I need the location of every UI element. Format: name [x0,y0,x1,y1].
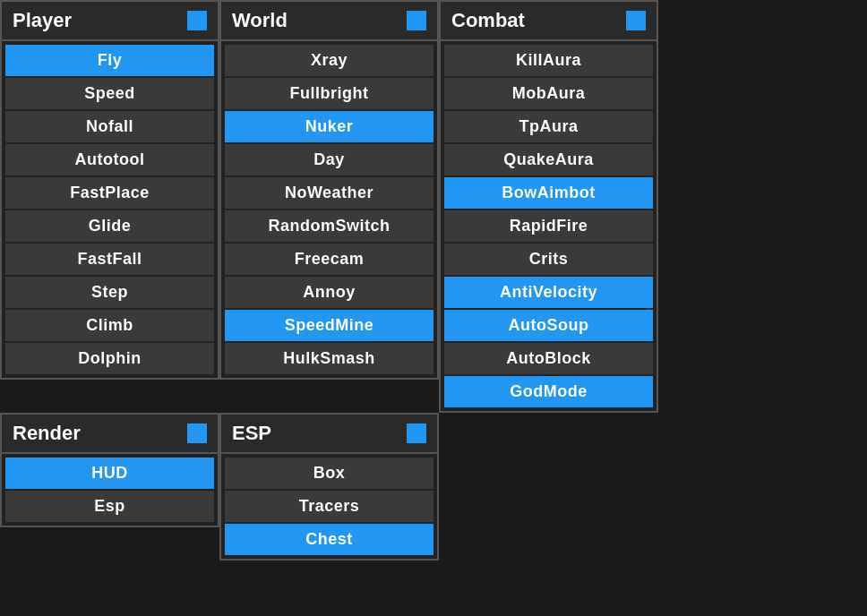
player-btn-speed[interactable]: Speed [5,78,214,109]
world-panel: World XrayFullbrightNukerDayNoWeatherRan… [219,0,439,413]
render-panel-body: HUDEsp [0,454,219,527]
player-panel-header: Player [0,0,219,41]
player-panel-title: Player [13,9,72,32]
combat-panel: Combat KillAuraMobAuraTpAuraQuakeAuraBow… [439,0,658,413]
combat-btn-mobaura[interactable]: MobAura [444,78,653,109]
world-btn-day[interactable]: Day [225,144,434,175]
combat-btn-crits[interactable]: Crits [444,244,653,275]
esp-panel-body: BoxTracersChest [219,454,439,560]
world-panel-header: World [219,0,439,41]
player-btn-climb[interactable]: Climb [5,310,214,341]
world-btn-annoy[interactable]: Annoy [225,277,434,308]
combat-btn-antivelocity[interactable]: AntiVelocity [444,277,653,308]
esp-btn-box[interactable]: Box [225,458,434,489]
world-btn-randomswitch[interactable]: RandomSwitch [225,210,434,242]
combat-btn-godmode[interactable]: GodMode [444,376,653,407]
world-btn-speedmine[interactable]: SpeedMine [225,310,434,341]
player-btn-autotool[interactable]: Autotool [5,144,214,175]
world-panel-title: World [232,9,288,32]
render-panel-toggle[interactable] [187,424,207,443]
combat-btn-autoblock[interactable]: AutoBlock [444,343,653,374]
player-btn-fly[interactable]: Fly [5,45,214,76]
esp-panel-header: ESP [219,413,439,454]
player-panel-body: FlySpeedNofallAutotoolFastPlaceGlideFast… [0,41,219,380]
esp-panel-toggle[interactable] [407,424,426,443]
world-btn-freecam[interactable]: Freecam [225,244,434,275]
render-panel-header: Render [0,413,219,454]
combat-panel-body: KillAuraMobAuraTpAuraQuakeAuraBowAimbotR… [439,41,658,413]
world-panel-toggle[interactable] [407,11,426,30]
world-btn-nuker[interactable]: Nuker [225,111,434,142]
player-btn-fastfall[interactable]: FastFall [5,244,214,275]
render-btn-esp[interactable]: Esp [5,491,214,522]
esp-btn-tracers[interactable]: Tracers [225,491,434,522]
esp-btn-chest[interactable]: Chest [225,524,434,555]
world-panel-body: XrayFullbrightNukerDayNoWeatherRandomSwi… [219,41,439,380]
combat-panel-header: Combat [439,0,658,41]
world-btn-xray[interactable]: Xray [225,45,434,76]
world-btn-hulksmash[interactable]: HulkSmash [225,343,434,374]
render-panel: Render HUDEsp [0,413,219,560]
combat-btn-killaura[interactable]: KillAura [444,45,653,76]
esp-panel: ESP BoxTracersChest [219,413,439,560]
combat-btn-bowaimbot[interactable]: BowAimbot [444,177,653,209]
player-btn-fastplace[interactable]: FastPlace [5,177,214,209]
combat-panel-title: Combat [451,9,525,32]
combat-btn-quakeaura[interactable]: QuakeAura [444,144,653,175]
esp-panel-title: ESP [232,422,271,445]
world-btn-fullbright[interactable]: Fullbright [225,78,434,109]
player-btn-step[interactable]: Step [5,277,214,308]
combat-btn-autosoup[interactable]: AutoSoup [444,310,653,341]
combat-panel-toggle[interactable] [626,11,646,30]
player-btn-glide[interactable]: Glide [5,210,214,242]
render-panel-title: Render [13,422,81,445]
player-panel: Player FlySpeedNofallAutotoolFastPlaceGl… [0,0,219,413]
render-btn-hud[interactable]: HUD [5,458,214,489]
player-panel-toggle[interactable] [187,11,207,30]
player-btn-dolphin[interactable]: Dolphin [5,343,214,374]
combat-btn-tpaura[interactable]: TpAura [444,111,653,142]
combat-btn-rapidfire[interactable]: RapidFire [444,210,653,242]
player-btn-nofall[interactable]: Nofall [5,111,214,142]
world-btn-noweather[interactable]: NoWeather [225,177,434,209]
